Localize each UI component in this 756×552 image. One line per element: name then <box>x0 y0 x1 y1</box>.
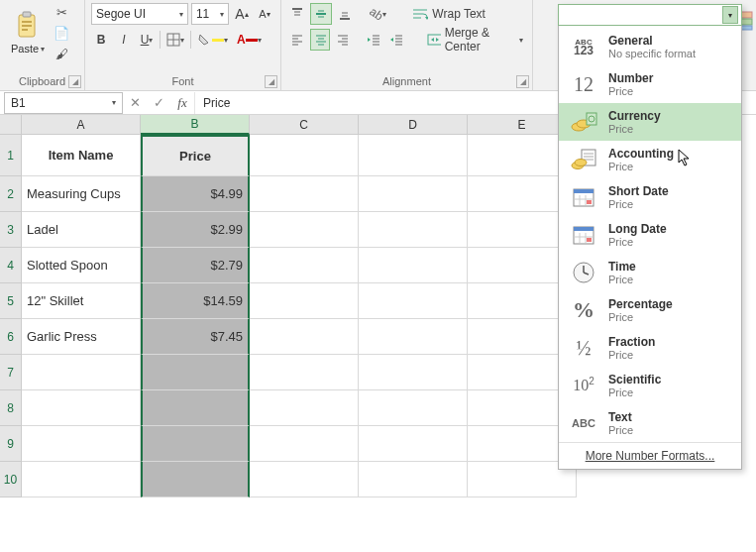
underline-button[interactable]: U▾ <box>137 29 157 51</box>
bold-button[interactable]: B <box>91 29 111 51</box>
number-format-general[interactable]: ABC123GeneralNo specific format <box>559 28 741 65</box>
cell-A10[interactable] <box>22 462 141 497</box>
cell-D5[interactable] <box>359 283 468 319</box>
column-header-A[interactable]: A <box>22 115 141 135</box>
decrease-indent-button[interactable] <box>364 29 383 51</box>
number-format-fraction[interactable]: ½FractionPrice <box>559 329 741 367</box>
row-header-3[interactable]: 3 <box>0 212 22 248</box>
number-format-scientific[interactable]: 102ScientificPrice <box>559 367 741 404</box>
align-right-button[interactable] <box>333 29 353 51</box>
cell-D4[interactable] <box>359 248 468 283</box>
cell-A2[interactable]: Measuring Cups <box>22 176 141 212</box>
cell-C8[interactable] <box>250 390 359 426</box>
row-header-6[interactable]: 6 <box>0 319 22 355</box>
cell-D1[interactable] <box>359 135 468 176</box>
dialog-launcher-font[interactable]: ◢ <box>265 75 277 88</box>
cell-A5[interactable]: 12" Skillet <box>22 283 141 319</box>
number-format-number[interactable]: 12NumberPrice <box>559 65 741 103</box>
cell-B5[interactable]: $14.59 <box>141 283 250 319</box>
number-format-percentage[interactable]: %PercentagePrice <box>559 291 741 329</box>
orientation-button[interactable]: ab▾ <box>367 3 389 25</box>
more-number-formats-link[interactable]: More Number Formats... <box>559 442 741 469</box>
number-format-shortdate[interactable]: Short DatePrice <box>559 178 741 216</box>
number-format-accounting[interactable]: AccountingPrice <box>559 141 741 178</box>
format-painter-button[interactable]: 🖌 <box>53 45 70 62</box>
number-format-longdate[interactable]: Long DatePrice <box>559 216 741 254</box>
align-middle-button[interactable] <box>310 3 332 25</box>
borders-button[interactable]: ▾ <box>163 29 187 51</box>
cell-A4[interactable]: Slotted Spoon <box>22 248 141 283</box>
fx-button[interactable]: fx <box>170 92 194 114</box>
align-bottom-button[interactable] <box>335 3 355 25</box>
name-box[interactable]: B1▾ <box>4 92 123 114</box>
cell-C7[interactable] <box>250 355 359 390</box>
cell-C9[interactable] <box>250 426 359 462</box>
cell-A8[interactable] <box>22 390 141 426</box>
column-header-B[interactable]: B <box>141 115 250 135</box>
cell-D9[interactable] <box>359 426 468 462</box>
row-header-8[interactable]: 8 <box>0 390 22 426</box>
cell-A3[interactable]: Ladel <box>22 212 141 248</box>
number-format-currency[interactable]: CurrencyPrice <box>559 103 741 141</box>
cell-C4[interactable] <box>250 248 359 283</box>
cell-B6[interactable]: $7.45 <box>141 319 250 355</box>
cell-C5[interactable] <box>250 283 359 319</box>
cell-D2[interactable] <box>359 176 468 212</box>
cell-C6[interactable] <box>250 319 359 355</box>
cell-B2[interactable]: $4.99 <box>141 176 250 212</box>
row-header-7[interactable]: 7 <box>0 355 22 390</box>
paste-button[interactable]: Paste▾ <box>6 11 50 55</box>
cell-B8[interactable] <box>141 390 250 426</box>
row-header-4[interactable]: 4 <box>0 248 22 283</box>
italic-button[interactable]: I <box>114 29 134 51</box>
cell-B1[interactable]: Price <box>141 135 250 176</box>
increase-indent-button[interactable] <box>386 29 406 51</box>
align-left-button[interactable] <box>287 29 307 51</box>
increase-font-button[interactable]: A▴ <box>232 3 252 25</box>
cell-D6[interactable] <box>359 319 468 355</box>
number-format-time[interactable]: TimePrice <box>559 254 741 291</box>
cell-B7[interactable] <box>141 355 250 390</box>
cell-C1[interactable] <box>250 135 359 176</box>
wrap-text-button[interactable]: Wrap Text <box>409 3 488 25</box>
row-header-2[interactable]: 2 <box>0 176 22 212</box>
dialog-launcher-clipboard[interactable]: ◢ <box>68 75 81 88</box>
row-header-5[interactable]: 5 <box>0 283 22 319</box>
cell-D10[interactable] <box>359 462 468 497</box>
cell-B9[interactable] <box>141 426 250 462</box>
dialog-launcher-alignment[interactable]: ◢ <box>516 75 529 88</box>
copy-button[interactable]: 📄 <box>53 24 70 42</box>
font-size-dropdown[interactable]: 11▾ <box>191 3 229 25</box>
cancel-formula-button[interactable]: ✕ <box>123 92 147 114</box>
cell-A7[interactable] <box>22 355 141 390</box>
row-header-1[interactable]: 1 <box>0 135 22 176</box>
cell-C3[interactable] <box>250 212 359 248</box>
font-name-dropdown[interactable]: Segoe UI▾ <box>91 3 188 25</box>
fill-color-button[interactable]: ▾ <box>194 29 231 51</box>
cell-D8[interactable] <box>359 390 468 426</box>
merge-center-button[interactable]: Merge & Center▾ <box>424 29 526 51</box>
number-format-selector[interactable]: ▾ <box>558 4 742 26</box>
font-color-button[interactable]: A▾ <box>234 29 265 51</box>
cell-D7[interactable] <box>359 355 468 390</box>
cell-B10[interactable] <box>141 462 250 497</box>
decrease-font-button[interactable]: A▾ <box>255 3 274 25</box>
enter-formula-button[interactable]: ✓ <box>147 92 170 114</box>
align-top-button[interactable] <box>287 3 307 25</box>
align-center-button[interactable] <box>310 29 330 51</box>
column-header-D[interactable]: D <box>359 115 468 135</box>
cut-button[interactable]: ✂ <box>53 3 70 21</box>
row-header-9[interactable]: 9 <box>0 426 22 462</box>
column-header-C[interactable]: C <box>250 115 359 135</box>
cell-D3[interactable] <box>359 212 468 248</box>
cell-C10[interactable] <box>250 462 359 497</box>
cell-A6[interactable]: Garlic Press <box>22 319 141 355</box>
cell-A1[interactable]: Item Name <box>22 135 141 176</box>
cell-C2[interactable] <box>250 176 359 212</box>
number-format-text[interactable]: ABCTextPrice <box>559 404 741 442</box>
row-header-10[interactable]: 10 <box>0 462 22 497</box>
cell-B4[interactable]: $2.79 <box>141 248 250 283</box>
cell-A9[interactable] <box>22 426 141 462</box>
cell-B3[interactable]: $2.99 <box>141 212 250 248</box>
select-all-corner[interactable] <box>0 115 22 135</box>
